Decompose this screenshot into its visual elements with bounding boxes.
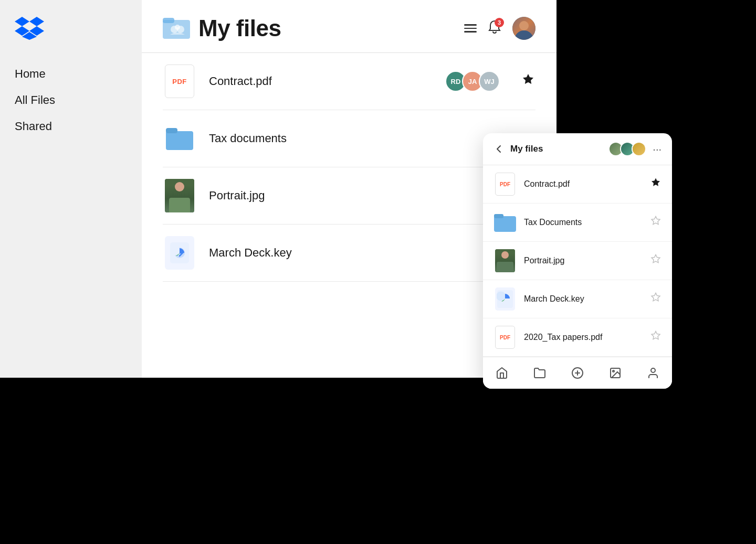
notification-badge: 3 (495, 18, 504, 27)
panel-nav-home[interactable] (489, 364, 514, 382)
panel-star-tax-papers[interactable] (650, 330, 662, 344)
svg-rect-10 (494, 216, 516, 232)
panel-nav-folder[interactable] (527, 364, 552, 382)
file-icon-march-deck (163, 236, 196, 270)
svg-rect-6 (166, 128, 177, 133)
svg-rect-1 (163, 18, 174, 23)
panel-file-name-tax-docs: Tax Documents (524, 218, 650, 227)
panel-bottom-nav (483, 357, 672, 389)
panel-image-icon-portrait (494, 249, 517, 272)
panel-pdf-icon-tax-papers: PDF (494, 326, 517, 349)
panel-file-item-portrait[interactable]: Portrait.jpg (483, 242, 672, 280)
user-avatar[interactable] (512, 17, 536, 40)
sidebar-item-shared[interactable]: Shared (15, 120, 127, 133)
svg-point-4 (175, 25, 180, 30)
panel-more-button[interactable]: ··· (653, 144, 662, 154)
panel-star-portrait[interactable] (650, 254, 662, 268)
panel-file-item-march-deck[interactable]: March Deck.key (483, 280, 672, 318)
panel-file-item-tax-docs[interactable]: Tax Documents (483, 204, 672, 242)
dropbox-logo (15, 17, 127, 42)
svg-point-18 (651, 368, 655, 372)
menu-button[interactable] (464, 24, 477, 33)
panel-star-tax-docs[interactable] (650, 216, 662, 229)
panel-folder-icon-tax-docs (494, 211, 517, 234)
panel-title: My files (510, 144, 608, 154)
file-icon-contract: PDF (163, 65, 196, 98)
panel-avatar-3 (632, 142, 646, 156)
sidebar-item-all-files[interactable]: All Files (15, 93, 127, 107)
page-title: My files (198, 15, 281, 41)
file-item-portrait[interactable]: Portrait.jpg (163, 167, 536, 225)
my-files-folder-icon (163, 15, 190, 42)
panel-nav-add[interactable] (565, 364, 590, 382)
mobile-panel: My files ··· PDF Contract.pdf (483, 133, 672, 389)
file-item-march-deck[interactable]: March Deck.key (163, 225, 536, 282)
folder-icon-tax (165, 124, 194, 153)
file-icon-tax-documents (163, 122, 196, 155)
notification-button[interactable]: 3 (487, 20, 502, 37)
shared-avatar-wj: WJ (479, 71, 500, 92)
shared-avatars-contract: RD JA WJ (445, 71, 500, 92)
pdf-icon: PDF (165, 65, 194, 98)
panel-portrait-thumbnail (495, 249, 515, 272)
file-item-tax-documents[interactable]: Tax documents (163, 110, 536, 167)
file-item-contract[interactable]: PDF Contract.pdf RD JA WJ (163, 53, 536, 110)
panel-nav-photo[interactable] (603, 364, 628, 382)
panel-nav-profile[interactable] (640, 364, 666, 382)
panel-file-name-tax-papers: 2020_Tax papers.pdf (524, 333, 650, 342)
panel-star-march-deck[interactable] (650, 292, 662, 306)
page-header: My files 3 (142, 0, 556, 53)
keynote-icon (165, 236, 194, 270)
star-button-contract[interactable] (521, 73, 536, 90)
svg-rect-5 (166, 131, 193, 150)
panel-file-name-march-deck: March Deck.key (524, 294, 650, 304)
sidebar-item-home[interactable]: Home (15, 67, 127, 81)
header-left: My files (163, 15, 281, 42)
file-name-contract: Contract.pdf (209, 74, 445, 88)
header-right: 3 (464, 17, 536, 40)
sidebar: Home All Files Shared (0, 0, 142, 378)
panel-star-contract[interactable] (650, 177, 662, 191)
panel-back-button[interactable] (494, 144, 504, 154)
portrait-thumbnail (165, 179, 194, 212)
panel-header: My files ··· (483, 133, 672, 165)
file-icon-portrait (163, 179, 196, 212)
panel-file-name-contract: Contract.pdf (524, 179, 650, 189)
svg-point-17 (613, 370, 614, 372)
panel-file-item-contract[interactable]: PDF Contract.pdf (483, 165, 672, 204)
panel-keynote-icon-march-deck (494, 287, 517, 311)
panel-file-item-tax-papers[interactable]: PDF 2020_Tax papers.pdf (483, 318, 672, 357)
svg-rect-11 (494, 214, 503, 218)
panel-file-name-portrait: Portrait.jpg (524, 256, 650, 265)
panel-shared-avatars (608, 142, 646, 156)
panel-pdf-icon-contract: PDF (494, 173, 517, 196)
